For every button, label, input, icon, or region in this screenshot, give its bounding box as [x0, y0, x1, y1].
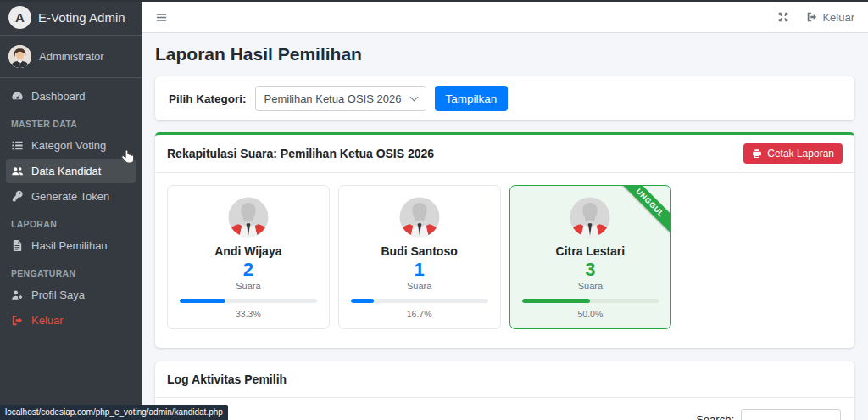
user-gear-icon — [11, 288, 24, 301]
list-icon — [11, 139, 24, 152]
sidebar-item-profil-saya[interactable]: Profil Saya — [6, 283, 136, 307]
vote-progress-bar — [180, 299, 317, 303]
main-content: Laporan Hasil Pemilihan Pilih Kategori: … — [142, 34, 868, 420]
sidebar-item-generate-token[interactable]: Generate Token — [6, 184, 136, 209]
user-name: Administrator — [39, 50, 104, 63]
key-icon — [11, 190, 24, 203]
sidebar-item-kategori-voting[interactable]: Kategori Voting — [6, 133, 136, 158]
log-body: Search: — [155, 398, 854, 420]
sign-out-icon — [806, 11, 818, 23]
sidebar-item-hasil-pemilihan[interactable]: Hasil Pemilihan — [6, 233, 136, 258]
sidebar-item-dashboard[interactable]: Dashboard — [6, 84, 136, 109]
vote-unit-label: Suara — [349, 281, 490, 291]
log-card: Log Aktivitas Pemilih Search: — [155, 361, 854, 420]
logout-label: Keluar — [822, 11, 854, 24]
sidebar-nav: Dashboard MASTER DATA Kategori Voting Da… — [0, 78, 142, 339]
filter-label: Pilih Kategori: — [169, 92, 247, 105]
fullscreen-button[interactable] — [777, 11, 789, 23]
recap-card: Rekapitulasi Suara: Pemilihan Ketua OSIS… — [155, 132, 854, 348]
vote-unit-label: Suara — [520, 281, 661, 291]
filter-card: Pilih Kategori: Pemilihan Ketua OSIS 202… — [155, 76, 854, 120]
vote-progress-fill — [180, 299, 225, 303]
sign-out-icon — [11, 314, 24, 327]
status-url-bubble: localhost/codesiap.com/php_e_voting/admi… — [0, 405, 228, 420]
sidebar-section-pengaturan: PENGATURAN — [6, 259, 136, 283]
show-button[interactable]: Tampilkan — [435, 86, 509, 111]
candidate-card[interactable]: Budi Santoso 1 Suara 16.7% — [338, 185, 501, 329]
print-report-button[interactable]: Cetak Laporan — [743, 143, 843, 164]
page-title: Laporan Hasil Pemilihan — [155, 44, 854, 64]
vote-progress-bar — [351, 299, 488, 303]
candidate-percent: 50.0% — [520, 309, 661, 319]
sidebar-item-data-kandidat[interactable]: Data Kandidat — [6, 159, 136, 183]
sidebar-item-label: Profil Saya — [31, 288, 85, 301]
log-title: Log Aktivitas Pemilih — [155, 361, 854, 398]
topbar-logout-button[interactable]: Keluar — [806, 11, 854, 24]
recap-header: Rekapitulasi Suara: Pemilihan Ketua OSIS… — [155, 135, 854, 173]
search-input[interactable] — [741, 409, 841, 420]
tachometer-icon — [11, 90, 24, 103]
candidate-placeholder-avatar — [570, 197, 610, 238]
hamburger-menu-icon — [155, 11, 168, 24]
file-document-icon — [11, 239, 24, 252]
candidate-vote-count: 2 — [178, 260, 319, 280]
candidate-vote-count: 3 — [520, 260, 661, 280]
candidate-placeholder-avatar — [399, 197, 440, 238]
candidate-card[interactable]: Andi Wijaya 2 Suara 33.3% — [167, 185, 330, 329]
candidate-percent: 33.3% — [178, 309, 319, 319]
category-select[interactable]: Pemilihan Ketua OSIS 2026 — [255, 86, 426, 111]
candidate-name: Citra Lestari — [520, 244, 661, 258]
sidebar-item-label: Dashboard — [31, 90, 86, 103]
vote-progress-bar — [522, 299, 659, 303]
vote-unit-label: Suara — [178, 281, 319, 291]
user-panel[interactable]: Administrator — [0, 36, 142, 78]
users-icon — [11, 165, 24, 177]
vote-progress-fill — [351, 299, 374, 303]
sidebar-item-label: Generate Token — [31, 190, 109, 203]
candidate-percent: 16.7% — [349, 309, 490, 319]
topbar: Keluar — [142, 2, 868, 33]
sidebar-section-master-data: MASTER DATA — [6, 109, 136, 133]
brand[interactable]: A E-Voting Admin — [0, 0, 142, 36]
recap-title: Rekapitulasi Suara: Pemilihan Ketua OSIS… — [167, 147, 434, 160]
brand-title: E-Voting Admin — [38, 10, 125, 25]
vote-progress-fill — [522, 299, 591, 303]
sidebar-toggle-button[interactable] — [155, 11, 168, 24]
candidate-name: Andi Wijaya — [178, 244, 319, 258]
print-report-label: Cetak Laporan — [767, 148, 834, 160]
administrator-avatar — [8, 45, 31, 68]
candidate-name: Budi Santoso — [349, 244, 490, 258]
sidebar-section-laporan: LAPORAN — [6, 210, 136, 233]
window-top-edge — [0, 0, 868, 2]
search-label: Search: — [696, 413, 734, 420]
empty-grid-slot — [680, 185, 843, 329]
winner-ribbon-label: UNGGUL — [615, 185, 671, 238]
sidebar: A E-Voting Admin Administrator Dashboard — [0, 0, 142, 420]
printer-icon — [752, 148, 762, 159]
sidebar-item-label: Data Kandidat — [31, 165, 101, 177]
winner-ribbon: UNGGUL — [610, 185, 671, 246]
sidebar-item-label: Keluar — [31, 314, 64, 327]
candidate-placeholder-avatar — [228, 197, 269, 238]
app-logo-icon: A — [8, 6, 31, 29]
sidebar-item-label: Kategori Voting — [31, 139, 106, 152]
expand-arrows-icon — [777, 11, 789, 23]
candidate-card-leading[interactable]: UNGGUL Citra L — [509, 185, 672, 329]
sidebar-item-keluar[interactable]: Keluar — [6, 308, 136, 333]
sidebar-item-label: Hasil Pemilihan — [31, 239, 108, 252]
candidate-vote-count: 1 — [349, 260, 490, 280]
recap-body: Andi Wijaya 2 Suara 33.3% — [155, 173, 854, 348]
